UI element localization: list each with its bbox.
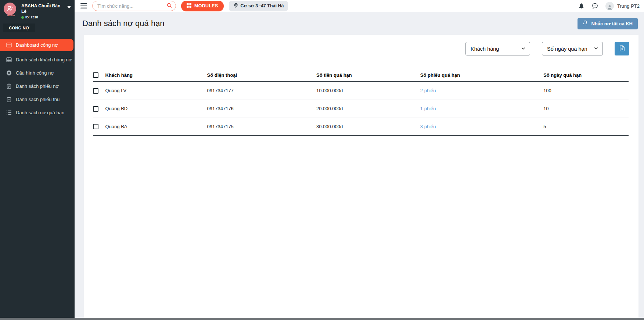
sidebar-item-label: Danh sách nợ quá hạn: [16, 110, 64, 115]
cell-days: 100: [543, 82, 629, 100]
sidebar-item-customer-debts[interactable]: Danh sách khách hàng nợ: [0, 54, 75, 65]
excel-file-icon: [619, 45, 625, 53]
cell-days: 10: [543, 100, 629, 118]
chat-icon[interactable]: [591, 3, 598, 9]
cell-customer: Quang LV: [105, 82, 207, 100]
user-menu[interactable]: Trung PT2: [605, 2, 640, 10]
cell-phone: 0917347175: [207, 118, 316, 136]
sidebar-item-label: Danh sách phiếu thu: [16, 97, 60, 102]
sidebar-item-overdue-debts[interactable]: Danh sách nợ quá hạn: [0, 107, 75, 118]
sidebar-item-collection-receipts[interactable]: Danh sách phiếu thu: [0, 94, 75, 105]
customer-filter-select[interactable]: Khách hàng: [465, 42, 530, 55]
dashboard-icon: [6, 42, 12, 48]
content-card: Khách hàng Số ngày quá hạn: [84, 35, 638, 318]
cell-phone: 0917347177: [207, 82, 316, 100]
receipts-link[interactable]: 1 phiếu: [420, 100, 543, 118]
bell-outline-icon: [583, 20, 588, 27]
main-area: MODULES Cơ sở 3 -47 Thái Hà: [75, 0, 644, 318]
module-section-label: CÔNG NỢ: [3, 24, 35, 32]
app-window: Abaha ABAHA Chuỗi Bán Lẻ ID: 2318 CÔNG N…: [0, 0, 644, 318]
cell-customer: Quang BA: [105, 118, 207, 136]
row-checkbox[interactable]: [93, 106, 98, 112]
brand-block[interactable]: Abaha ABAHA Chuỗi Bán Lẻ ID: 2318: [0, 0, 75, 21]
remind-all-customers-button[interactable]: Nhắc nợ tất cả KH: [578, 18, 638, 29]
abaha-logo-icon: [4, 3, 16, 15]
branch-label: Cơ sở 3 -47 Thái Hà: [241, 3, 284, 8]
overdue-debt-table: Khách hàng Số điện thoại Số tiền quá hạn…: [93, 72, 629, 136]
sidebar-item-label: Danh sách phiếu nợ: [16, 83, 59, 89]
online-status-dot: [21, 16, 24, 19]
sidebar-nav: Dashboard công nợ Danh sách khách hàng n…: [0, 38, 75, 118]
chevron-down-icon: [521, 46, 526, 52]
modules-label: MODULES: [194, 3, 218, 8]
sidebar-item-debt-config[interactable]: Cấu hình công nợ: [0, 67, 75, 78]
sidebar-item-dashboard[interactable]: Dashboard công nợ: [0, 39, 73, 51]
cell-amount: 10.000.000đ: [316, 82, 420, 100]
user-name: Trung PT2: [617, 3, 640, 9]
search-icon[interactable]: [166, 3, 172, 10]
column-header-customer: Khách hàng: [105, 72, 207, 82]
notification-bell-icon[interactable]: [578, 3, 584, 9]
column-header-days: Số ngày quá hạn: [543, 72, 629, 82]
export-excel-button[interactable]: [615, 42, 629, 55]
select-all-checkbox[interactable]: [93, 72, 98, 78]
page-title: Danh sách nợ quá hạn: [82, 19, 165, 28]
brand-name: ABAHA Chuỗi Bán Lẻ: [21, 3, 65, 14]
logo-caption: Abaha: [4, 14, 18, 17]
sidebar-item-debt-receipts[interactable]: Danh sách phiếu nợ: [0, 80, 75, 91]
table-row: Quang BA091734717530.000.000đ3 phiếu5: [93, 118, 629, 136]
page-header: Danh sách nợ quá hạn Nhắc nợ tất cả KH: [75, 12, 644, 35]
overdue-days-filter-select[interactable]: Số ngày quá hạn: [542, 42, 603, 55]
receipts-link[interactable]: 3 phiếu: [420, 118, 543, 136]
cell-phone: 0917347176: [207, 100, 316, 118]
location-pin-icon: [233, 3, 238, 10]
sidebar-item-label: Danh sách khách hàng nợ: [16, 57, 72, 62]
sidebar-item-label: Dashboard công nợ: [16, 42, 58, 48]
overdue-days-filter-value: Số ngày quá hạn: [547, 46, 587, 52]
chevron-down-icon: [593, 46, 599, 52]
sidebar-item-label: Cấu hình công nợ: [16, 70, 54, 76]
column-header-receipts: Số phiếu quá hạn: [420, 72, 543, 82]
cell-customer: Quang BD: [105, 100, 207, 118]
debt-table-body: Quang LV091734717710.000.000đ2 phiếu100Q…: [93, 82, 629, 136]
cell-amount: 30.000.000đ: [316, 118, 420, 136]
remind-all-label: Nhắc nợ tất cả KH: [591, 21, 633, 26]
clipboard-icon: [6, 83, 12, 89]
filter-row: Khách hàng Số ngày quá hạn: [84, 35, 638, 55]
cell-amount: 20.000.000đ: [316, 100, 420, 118]
gear-icon: [6, 70, 12, 76]
sidebar: Abaha ABAHA Chuỗi Bán Lẻ ID: 2318 CÔNG N…: [0, 0, 75, 318]
modules-button[interactable]: MODULES: [181, 1, 224, 11]
bottom-bar: [0, 318, 644, 320]
ordered-list-icon: [6, 109, 12, 116]
cell-days: 5: [543, 118, 629, 136]
customer-list-icon: [6, 57, 12, 63]
row-checkbox[interactable]: [93, 88, 98, 94]
receipts-link[interactable]: 2 phiếu: [420, 82, 543, 100]
branch-selector[interactable]: Cơ sở 3 -47 Thái Hà: [229, 1, 288, 11]
brand-id: ID: 2318: [25, 15, 38, 19]
function-search: [92, 1, 176, 11]
chevron-down-icon[interactable]: [67, 4, 71, 10]
table-row: Quang BD091734717620.000.000đ1 phiếu10: [93, 100, 629, 118]
clipboard-icon: [6, 96, 12, 103]
table-header-row: Khách hàng Số điện thoại Số tiền quá hạn…: [93, 72, 629, 82]
table-row: Quang LV091734717710.000.000đ2 phiếu100: [93, 82, 629, 100]
topbar: MODULES Cơ sở 3 -47 Thái Hà: [75, 0, 644, 12]
search-input[interactable]: [97, 3, 166, 9]
brand-logo: Abaha: [4, 3, 18, 19]
hamburger-menu-icon[interactable]: [80, 3, 87, 8]
avatar: [605, 2, 614, 10]
column-header-amount: Số tiền quá hạn: [316, 72, 420, 82]
row-checkbox[interactable]: [93, 124, 98, 129]
column-header-phone: Số điện thoại: [207, 72, 316, 82]
customer-filter-value: Khách hàng: [471, 46, 499, 52]
grid-icon: [187, 3, 191, 9]
